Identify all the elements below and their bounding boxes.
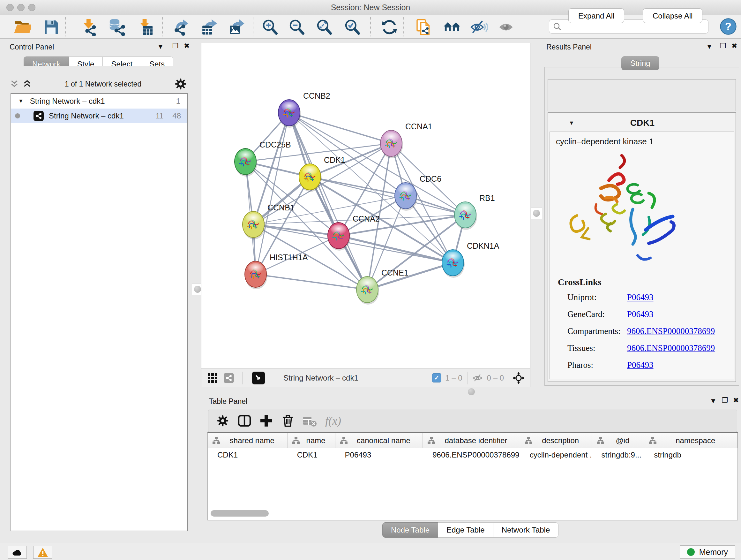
expand-all-icon[interactable] — [22, 79, 32, 89]
collection-disclosure-icon[interactable]: ▼ — [18, 98, 23, 105]
memory-button[interactable]: Memory — [680, 545, 735, 559]
save-session-icon[interactable] — [42, 18, 60, 36]
help-icon[interactable]: ? — [719, 17, 737, 36]
tab-string[interactable]: String — [621, 56, 659, 70]
import-network-from-database-icon[interactable] — [108, 18, 126, 36]
network-canvas[interactable]: CCNB2CCNA1CDC25BCDK1CDC6RB1CCNB1CCNA2CDK… — [201, 43, 530, 369]
network-collection-row[interactable]: ▼ String Network – cdk1 1 — [11, 94, 187, 109]
open-session-icon[interactable] — [13, 18, 31, 36]
table-horizontal-scrollbar[interactable] — [208, 510, 737, 517]
table-cell[interactable]: P06493 — [335, 450, 423, 459]
table-column-header[interactable]: namespace — [644, 433, 738, 448]
export-network-icon[interactable] — [172, 18, 190, 36]
network-node[interactable] — [299, 164, 322, 192]
delete-column-icon[interactable] — [280, 414, 295, 428]
crosslink-link[interactable]: P06493 — [627, 360, 654, 370]
table-cell[interactable]: 9606.ENSP00000378699 — [423, 450, 520, 459]
selected-nodes-checkbox[interactable]: ✓ — [432, 373, 441, 382]
birdseye-view-icon[interactable] — [512, 372, 525, 384]
bottom-splitter-handle[interactable] — [468, 388, 475, 395]
network-row[interactable]: String Network – cdk1 11 48 — [11, 109, 187, 123]
close-panel-icon[interactable]: ✖ — [731, 42, 737, 50]
export-table-icon[interactable] — [200, 18, 218, 36]
table-column-header[interactable]: shared name — [208, 433, 287, 448]
tab-edge-table[interactable]: Edge Table — [438, 522, 493, 538]
float-panel-icon[interactable]: ▼ — [706, 43, 713, 51]
network-edge[interactable] — [256, 274, 367, 290]
table-column-header[interactable]: database identifier — [423, 433, 520, 448]
import-table-from-file-icon[interactable] — [137, 18, 154, 36]
network-options-gear-icon[interactable] — [174, 78, 187, 90]
search-input[interactable] — [564, 22, 708, 31]
table-options-gear-icon[interactable] — [215, 414, 230, 428]
maximize-panel-icon[interactable]: ❒ — [722, 396, 728, 405]
maximize-panel-icon[interactable]: ❒ — [720, 42, 726, 50]
table-column-header[interactable]: name — [287, 433, 335, 448]
table-cell[interactable]: stringdb — [644, 450, 738, 459]
crosslink-link[interactable]: P06493 — [627, 293, 654, 302]
table-cell[interactable]: CDK1 — [287, 450, 335, 459]
table-cell[interactable]: stringdb:9... — [592, 450, 645, 459]
import-network-from-file-icon[interactable] — [80, 18, 98, 36]
collapse-all-icon[interactable] — [10, 79, 19, 89]
cloud-status-button[interactable] — [8, 546, 27, 559]
warning-status-button[interactable] — [33, 546, 52, 559]
table-column-header[interactable]: canonical name — [335, 433, 423, 448]
right-splitter-handle[interactable] — [531, 207, 542, 219]
network-edge[interactable] — [289, 113, 367, 290]
scrollbar-thumb[interactable] — [211, 510, 269, 516]
table-cell[interactable]: CDK1 — [208, 450, 287, 459]
network-node[interactable] — [243, 211, 265, 240]
network-node[interactable] — [245, 261, 267, 289]
close-panel-icon[interactable]: ✖ — [733, 396, 739, 405]
float-panel-icon[interactable]: ▼ — [157, 43, 164, 51]
network-node[interactable] — [455, 202, 477, 230]
network-node[interactable] — [328, 223, 350, 251]
crosslink-link[interactable]: 9606.ENSP00000378699 — [627, 343, 715, 353]
zoom-out-icon[interactable] — [288, 18, 306, 36]
network-node[interactable] — [442, 250, 465, 278]
collection-label: String Network – cdk1 — [30, 97, 105, 106]
crosslink-link[interactable]: P06493 — [627, 309, 654, 319]
network-label: String Network – cdk1 — [49, 111, 124, 120]
crosslink-link[interactable]: 9606.ENSP00000378699 — [627, 326, 715, 336]
network-node[interactable] — [278, 100, 301, 128]
copy-network-style-icon[interactable] — [415, 18, 433, 36]
refresh-icon[interactable] — [381, 18, 398, 36]
collapse-all-button[interactable]: Collapse All — [643, 8, 702, 23]
network-share-view-icon[interactable] — [224, 373, 234, 383]
float-panel-icon[interactable]: ▼ — [710, 397, 717, 405]
show-columns-icon[interactable] — [237, 414, 252, 428]
show-all-icon[interactable] — [498, 18, 516, 36]
open-in-browser-icon[interactable] — [252, 372, 265, 384]
network-edge[interactable] — [256, 113, 289, 274]
expand-all-button[interactable]: Expand All — [568, 8, 624, 23]
zoom-selected-icon[interactable] — [343, 18, 361, 36]
network-edge[interactable] — [339, 236, 453, 263]
network-node[interactable] — [356, 276, 379, 305]
network-edge[interactable] — [289, 113, 391, 143]
cloud-icon — [11, 548, 23, 557]
first-neighbors-icon[interactable] — [443, 18, 461, 36]
table-column-header[interactable]: description — [520, 433, 592, 448]
network-edge[interactable] — [289, 113, 465, 215]
add-column-icon[interactable] — [259, 414, 273, 428]
tab-node-table[interactable]: Node Table — [382, 522, 438, 538]
table-row[interactable]: CDK1CDK1P064939606.ENSP00000378699cyclin… — [208, 448, 738, 462]
hide-selected-icon[interactable] — [470, 18, 488, 36]
grid-view-icon[interactable] — [207, 373, 218, 383]
network-edge[interactable] — [367, 263, 453, 290]
network-node[interactable] — [381, 130, 403, 159]
table-cell[interactable]: cyclin-dependent ... — [520, 450, 592, 459]
window-title: Session: New Session — [0, 3, 741, 12]
title-bar: Session: New Session — [0, 0, 741, 15]
zoom-fit-icon[interactable] — [315, 18, 333, 36]
close-panel-icon[interactable]: ✖ — [184, 42, 190, 50]
network-edge[interactable] — [253, 225, 339, 236]
zoom-in-icon[interactable] — [261, 18, 279, 36]
maximize-panel-icon[interactable]: ❒ — [172, 42, 179, 50]
export-image-icon[interactable] — [227, 18, 245, 36]
table-column-header[interactable]: @id — [592, 433, 645, 448]
tab-network-table[interactable]: Network Table — [493, 522, 559, 538]
gene-disclosure-icon[interactable]: ▼ — [569, 120, 575, 126]
